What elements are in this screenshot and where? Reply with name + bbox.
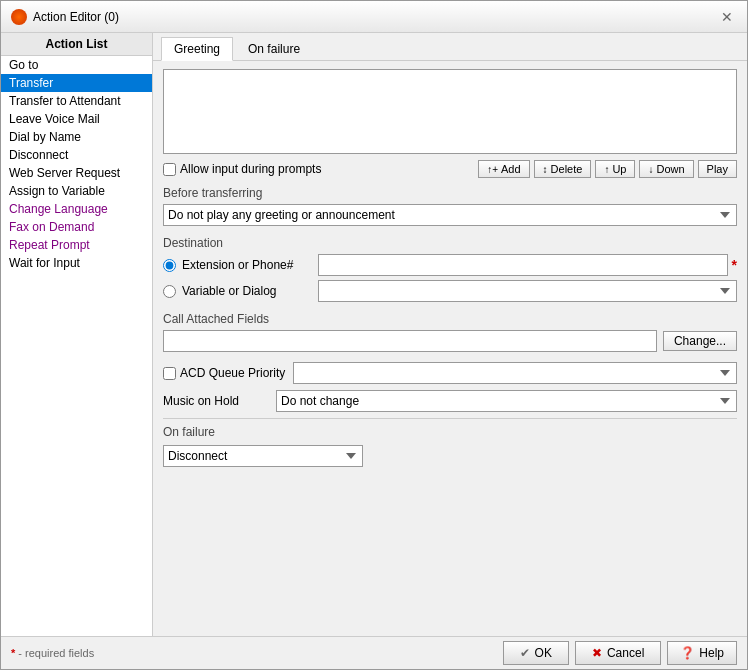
required-star: * [11, 647, 15, 659]
add-button[interactable]: ↑+ Add [478, 160, 529, 178]
up-icon: ↑ [604, 164, 609, 175]
up-label: Up [612, 163, 626, 175]
acd-queue-label: ACD Queue Priority [180, 366, 285, 380]
play-button[interactable]: Play [698, 160, 737, 178]
before-transferring-label: Before transferring [163, 186, 737, 200]
play-label: Play [707, 163, 728, 175]
action-item-wait-for-input[interactable]: Wait for Input [1, 254, 152, 272]
change-button[interactable]: Change... [663, 331, 737, 351]
action-list-panel: Action List Go toTransferTransfer to Att… [1, 33, 153, 636]
acd-queue-label-wrapper[interactable]: ACD Queue Priority [163, 366, 285, 380]
tab-on-failure[interactable]: On failure [235, 37, 313, 60]
action-list-items: Go toTransferTransfer to AttendantLeave … [1, 56, 152, 636]
required-note-text: - required fields [18, 647, 94, 659]
action-item-fax-on-demand[interactable]: Fax on Demand [1, 218, 152, 236]
music-on-hold-label: Music on Hold [163, 394, 268, 408]
up-button[interactable]: ↑ Up [595, 160, 635, 178]
action-item-transfer[interactable]: Transfer [1, 74, 152, 92]
help-button[interactable]: ❓ Help [667, 641, 737, 665]
cancel-label: Cancel [607, 646, 644, 660]
extension-radio[interactable] [163, 259, 176, 272]
title-bar-left: Action Editor (0) [11, 9, 119, 25]
call-attached-fields-section: Call Attached Fields Change... [163, 312, 737, 352]
ok-icon: ✔ [520, 646, 530, 660]
right-panel: GreetingOn failure Allow input during pr… [153, 33, 747, 636]
before-transferring-section: Before transferring Do not play any gree… [163, 186, 737, 226]
cancel-icon: ✖ [592, 646, 602, 660]
variable-radio[interactable] [163, 285, 176, 298]
action-item-leave-voice-mail[interactable]: Leave Voice Mail [1, 110, 152, 128]
app-icon [11, 9, 27, 25]
on-failure-title: On failure [163, 425, 737, 439]
cancel-button[interactable]: ✖ Cancel [575, 641, 661, 665]
before-transferring-select[interactable]: Do not play any greeting or announcement [163, 204, 737, 226]
down-button[interactable]: ↓ Down [639, 160, 693, 178]
extension-radio-row: Extension or Phone# * [163, 254, 737, 276]
title-bar: Action Editor (0) ✕ [1, 1, 747, 33]
variable-label[interactable]: Variable or Dialog [182, 284, 312, 298]
extension-input[interactable] [318, 254, 728, 276]
add-label: Add [501, 163, 521, 175]
ok-button[interactable]: ✔ OK [503, 641, 569, 665]
action-item-goto[interactable]: Go to [1, 56, 152, 74]
toolbar-buttons: ↑+ Add ↕ Delete ↑ Up ↓ D [478, 160, 737, 178]
content-area: Allow input during prompts ↑+ Add ↕ Dele… [153, 61, 747, 636]
delete-label: Delete [551, 163, 583, 175]
delete-icon: ↕ [543, 164, 548, 175]
action-item-web-server-request[interactable]: Web Server Request [1, 164, 152, 182]
tab-greeting[interactable]: Greeting [161, 37, 233, 61]
action-item-change-language[interactable]: Change Language [1, 200, 152, 218]
extension-input-wrapper: * [318, 254, 737, 276]
caf-input[interactable] [163, 330, 657, 352]
add-icon: ↑+ [487, 164, 498, 175]
help-icon: ❓ [680, 646, 695, 660]
action-item-assign-to-variable[interactable]: Assign to Variable [1, 182, 152, 200]
action-editor-dialog: Action Editor (0) ✕ Action List Go toTra… [0, 0, 748, 670]
action-item-transfer-attendant[interactable]: Transfer to Attendant [1, 92, 152, 110]
allow-input-text: Allow input during prompts [180, 162, 321, 176]
acd-queue-row: ACD Queue Priority [163, 362, 737, 384]
on-failure-section: On failure Disconnect [163, 425, 737, 467]
dialog-title: Action Editor (0) [33, 10, 119, 24]
on-failure-select[interactable]: Disconnect [163, 445, 363, 467]
variable-select-row [318, 280, 737, 302]
action-item-dial-by-name[interactable]: Dial by Name [1, 128, 152, 146]
down-label: Down [656, 163, 684, 175]
close-button[interactable]: ✕ [717, 7, 737, 27]
required-note: * - required fields [11, 647, 94, 659]
divider [163, 418, 737, 419]
allow-input-checkbox[interactable] [163, 163, 176, 176]
ok-label: OK [535, 646, 552, 660]
main-content: Action List Go toTransferTransfer to Att… [1, 33, 747, 636]
footer: * - required fields ✔ OK ✖ Cancel ❓ Help [1, 636, 747, 669]
allow-input-label[interactable]: Allow input during prompts [163, 162, 321, 176]
footer-buttons: ✔ OK ✖ Cancel ❓ Help [503, 641, 737, 665]
required-star-extension: * [732, 257, 737, 273]
destination-title: Destination [163, 236, 737, 250]
acd-queue-checkbox[interactable] [163, 367, 176, 380]
help-label: Help [699, 646, 724, 660]
prompt-controls: Allow input during prompts ↑+ Add ↕ Dele… [163, 160, 737, 178]
music-on-hold-select[interactable]: Do not change [276, 390, 737, 412]
variable-select[interactable] [318, 280, 737, 302]
music-on-hold-row: Music on Hold Do not change [163, 390, 737, 412]
destination-section: Destination Extension or Phone# * Variab… [163, 236, 737, 302]
variable-radio-row: Variable or Dialog [163, 280, 737, 302]
action-item-repeat-prompt[interactable]: Repeat Prompt [1, 236, 152, 254]
caf-row: Change... [163, 330, 737, 352]
action-item-disconnect[interactable]: Disconnect [1, 146, 152, 164]
tabs-bar: GreetingOn failure [153, 33, 747, 61]
prompt-box [163, 69, 737, 154]
action-list-header: Action List [1, 33, 152, 56]
delete-button[interactable]: ↕ Delete [534, 160, 592, 178]
caf-title: Call Attached Fields [163, 312, 737, 326]
acd-queue-select[interactable] [293, 362, 737, 384]
extension-label[interactable]: Extension or Phone# [182, 258, 312, 272]
down-icon: ↓ [648, 164, 653, 175]
